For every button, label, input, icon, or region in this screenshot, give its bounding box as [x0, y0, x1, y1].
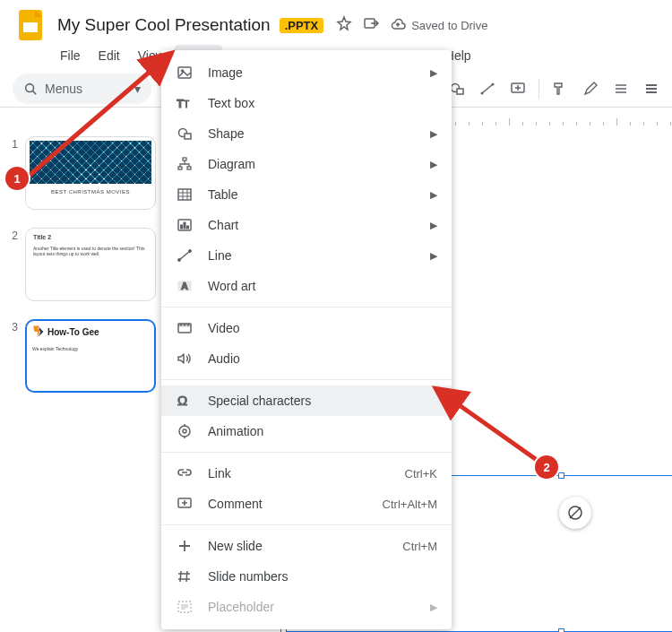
save-status: Saved to Drive [411, 19, 487, 32]
menu-item-slide-numbers[interactable]: Slide numbers [161, 561, 452, 592]
insert-menu: Image▶Text boxShape▶Diagram▶Table▶Chart▶… [161, 50, 452, 629]
plus-icon [176, 538, 194, 554]
menu-separator [161, 452, 452, 453]
submenu-arrow-icon: ▶ [430, 250, 437, 262]
menu-item-label: Diagram [208, 157, 255, 171]
video-icon [176, 320, 194, 336]
image-icon [176, 65, 194, 81]
floating-action-button[interactable] [559, 497, 591, 529]
menu-separator [161, 379, 452, 380]
thumb-number: 1 [0, 136, 18, 151]
hash-icon [176, 568, 194, 584]
slide-thumbnail-3[interactable]: How-To Gee We explain Technology [25, 319, 156, 393]
menu-item-label: Animation [208, 424, 263, 438]
chevron-down-icon: ▾ [134, 82, 141, 96]
menu-item-label: Audio [208, 351, 240, 366]
menu-item-label: Slide numbers [208, 569, 289, 584]
menu-item-table[interactable]: Table▶ [161, 179, 452, 210]
menu-item-label: Image [208, 65, 243, 80]
annotation-callout-2: 2 [535, 455, 558, 479]
search-icon [23, 82, 38, 96]
cloud-icon[interactable]: Saved to Drive [390, 17, 487, 33]
submenu-arrow-icon: ▶ [430, 128, 437, 140]
submenu-arrow-icon: ▶ [430, 159, 437, 170]
doc-title[interactable]: My Super Cool Presentation [57, 15, 271, 35]
move-icon[interactable] [363, 15, 379, 36]
thumb-body: We explain Technology [30, 346, 151, 351]
menus-search[interactable]: Menus ▾ [13, 74, 151, 104]
menu-item-text-box[interactable]: Text box [161, 88, 452, 118]
app-icon[interactable] [13, 7, 48, 43]
thumb-title: BEST CHRISTMAS MOVIES [30, 189, 151, 195]
insert-comment-button[interactable] [504, 75, 531, 102]
menu-item-label: Comment [208, 497, 263, 511]
menu-item-line[interactable]: Line▶ [161, 240, 452, 271]
menu-item-special-characters[interactable]: Special characters [161, 385, 452, 416]
menu-item-label: Special characters [208, 394, 311, 408]
menu-item-animation[interactable]: Animation [161, 416, 452, 446]
menu-item-video[interactable]: Video [161, 313, 452, 343]
menu-item-label: Link [208, 466, 231, 480]
menu-item-image[interactable]: Image▶ [161, 57, 452, 88]
comment-icon [176, 496, 194, 512]
menu-item-label: Chart [208, 218, 238, 232]
textbox-icon [176, 95, 194, 111]
star-icon[interactable] [336, 15, 352, 36]
menu-shortcut: Ctrl+M [402, 540, 437, 553]
pen-button[interactable] [577, 75, 604, 102]
line-spacing-button[interactable] [607, 75, 634, 102]
submenu-arrow-icon: ▶ [430, 67, 437, 79]
submenu-arrow-icon: ▶ [430, 189, 437, 201]
file-badge: .PPTX [280, 18, 324, 33]
menu-item-shape[interactable]: Shape▶ [161, 118, 452, 149]
anim-icon [176, 423, 194, 439]
menu-item-label: Text box [208, 96, 254, 110]
menu-item-label: New slide [208, 539, 263, 553]
menus-label: Menus [45, 82, 82, 96]
menu-item-chart[interactable]: Chart▶ [161, 210, 452, 240]
menu-item-label: Video [208, 321, 240, 335]
placeholder-icon [176, 599, 194, 615]
menu-item-audio[interactable]: Audio [161, 343, 452, 374]
thumb-title: Title 2 [30, 232, 151, 242]
menu-item-word-art[interactable]: Word art [161, 271, 452, 301]
thumb-number: 2 [0, 228, 18, 242]
menu-item-label: Line [208, 248, 231, 263]
slide-thumbnail-2[interactable]: Title 2 Another Title element is used to… [25, 228, 156, 301]
resize-handle[interactable] [558, 472, 564, 479]
thumb-number: 3 [0, 319, 18, 333]
menu-file[interactable]: File [52, 45, 89, 66]
omega-icon [176, 393, 194, 409]
menu-item-label: Table [208, 187, 237, 202]
exclude-icon [567, 505, 583, 521]
menu-item-link[interactable]: LinkCtrl+K [161, 458, 452, 489]
link-icon [176, 465, 194, 481]
annotation-callout-1: 1 [5, 167, 29, 190]
menu-item-comment[interactable]: CommentCtrl+Alt+M [161, 489, 452, 519]
chart-icon [176, 217, 194, 233]
menu-separator [161, 307, 452, 307]
menu-item-label: Word art [208, 279, 255, 293]
diagram-icon [176, 156, 194, 172]
menu-shortcut: Ctrl+K [405, 467, 437, 480]
audio-icon [176, 351, 194, 367]
thumb-title: How-To Gee [47, 327, 99, 337]
resize-handle[interactable] [558, 628, 564, 632]
toolbar-divider [538, 79, 539, 99]
menu-shortcut: Ctrl+Alt+M [383, 498, 437, 511]
slide-thumbnail-1[interactable]: BEST CHRISTMAS MOVIES [25, 136, 156, 210]
line-icon [176, 247, 194, 264]
table-icon [176, 186, 194, 203]
thumb-body: Another Title element is used to denote … [30, 242, 151, 260]
menu-edit[interactable]: Edit [90, 45, 128, 66]
insert-line-button[interactable] [474, 75, 501, 102]
shape-icon [176, 126, 194, 142]
paint-format-button[interactable] [547, 75, 573, 102]
menu-item-label: Placeholder [208, 600, 274, 614]
menu-item-new-slide[interactable]: New slideCtrl+M [161, 531, 452, 561]
list-button[interactable] [638, 75, 665, 102]
menu-item-diagram[interactable]: Diagram▶ [161, 149, 452, 179]
menu-item-label: Shape [208, 126, 244, 141]
wordart-icon [176, 278, 194, 294]
submenu-arrow-icon: ▶ [430, 602, 437, 613]
